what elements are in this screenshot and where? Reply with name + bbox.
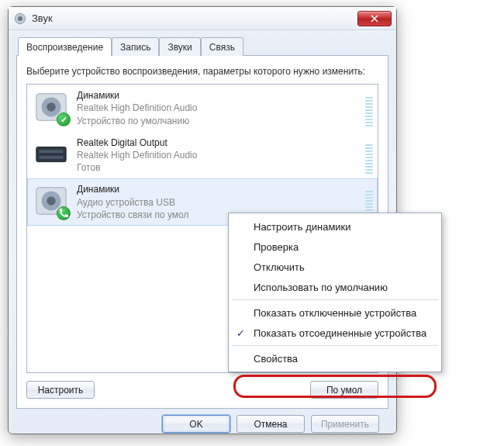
svg-point-4 <box>47 102 56 112</box>
tabstrip: Воспроизведение Запись Звуки Связь <box>18 36 388 55</box>
panel-button-row: Настроить По умол <box>26 381 378 399</box>
device-title: Динамики <box>77 89 371 102</box>
tab-playback[interactable]: Воспроизведение <box>18 37 112 56</box>
speaker-icon <box>33 89 69 125</box>
ctx-disable[interactable]: Отключить <box>230 257 440 277</box>
speaker-icon <box>33 183 69 219</box>
apply-button[interactable]: Применить <box>311 415 379 433</box>
tab-sounds[interactable]: Звуки <box>159 37 200 56</box>
svg-rect-7 <box>40 156 64 159</box>
svg-rect-5 <box>36 147 66 161</box>
ctx-separator <box>232 345 438 346</box>
ctx-show-disabled[interactable]: Показать отключенные устройства <box>230 303 440 323</box>
close-button[interactable] <box>357 11 392 26</box>
tab-recording[interactable]: Запись <box>112 37 159 56</box>
ok-button[interactable]: OK <box>162 415 230 433</box>
ctx-show-disconnected[interactable]: ✓ Показать отсоединенные устройства <box>230 323 440 343</box>
instruction-text: Выберите устройство воспроизведения, пар… <box>26 65 378 78</box>
ctx-separator <box>232 299 438 300</box>
comm-phone-badge <box>57 206 71 220</box>
svg-point-10 <box>47 197 56 206</box>
device-status: Готов <box>77 161 371 174</box>
device-subtitle: Realtek High Definition Audio <box>77 149 371 161</box>
context-menu[interactable]: Настроить динамики Проверка Отключить Ис… <box>228 213 442 372</box>
tab-communications[interactable]: Связь <box>201 37 243 56</box>
set-default-button[interactable]: По умол <box>310 381 378 399</box>
ctx-test[interactable]: Проверка <box>230 237 440 257</box>
device-title: Динамики <box>77 183 371 195</box>
svg-point-1 <box>18 16 22 21</box>
spdif-icon <box>33 137 69 172</box>
ctx-set-default[interactable]: Использовать по умолчанию <box>230 277 440 297</box>
check-icon: ✓ <box>236 327 245 339</box>
ctx-configure-speakers[interactable]: Настроить динамики <box>230 216 440 237</box>
device-title: Realtek Digital Output <box>77 137 371 149</box>
device-subtitle: Аудио устройства USB <box>77 196 371 209</box>
device-item[interactable]: Realtek Digital Output Realtek High Defi… <box>27 132 378 179</box>
set-default-label: По умол <box>326 385 362 396</box>
window-title: Звук <box>32 12 353 24</box>
device-subtitle: Realtek High Definition Audio <box>77 102 371 114</box>
sound-icon <box>13 12 27 26</box>
ctx-properties[interactable]: Свойства <box>230 348 440 368</box>
dialog-button-row: OK Отмена Применить <box>16 409 388 433</box>
level-meter <box>365 138 373 174</box>
level-meter <box>365 91 373 126</box>
cancel-button[interactable]: Отмена <box>236 415 305 433</box>
device-item[interactable]: Динамики Realtek High Definition Audio У… <box>27 85 378 132</box>
configure-button[interactable]: Настроить <box>26 381 95 399</box>
device-status: Устройство по умолчанию <box>77 115 371 127</box>
svg-rect-6 <box>40 150 64 153</box>
titlebar[interactable]: Звук <box>9 7 396 30</box>
ctx-item-label: Показать отсоединенные устройства <box>254 327 426 339</box>
